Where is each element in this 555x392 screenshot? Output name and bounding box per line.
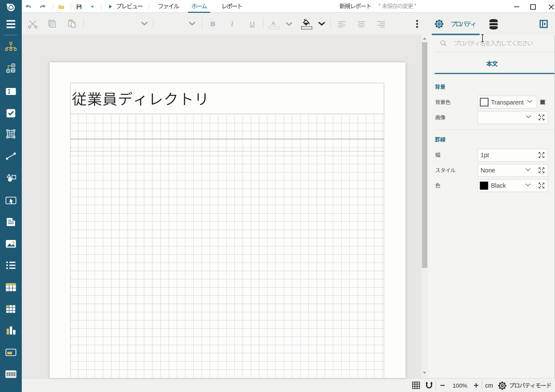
svg-text:Black: Black [491,182,506,189]
svg-text:B: B [210,20,215,27]
svg-text:cm: cm [485,382,493,389]
svg-text:None: None [481,167,495,174]
svg-text:A: A [271,20,275,27]
svg-text:Transparent: Transparent [491,99,524,106]
svg-text:100%: 100% [453,382,467,389]
svg-text:I: I [230,20,234,27]
svg-text:U: U [250,20,255,27]
svg-text:1pt: 1pt [481,152,489,159]
